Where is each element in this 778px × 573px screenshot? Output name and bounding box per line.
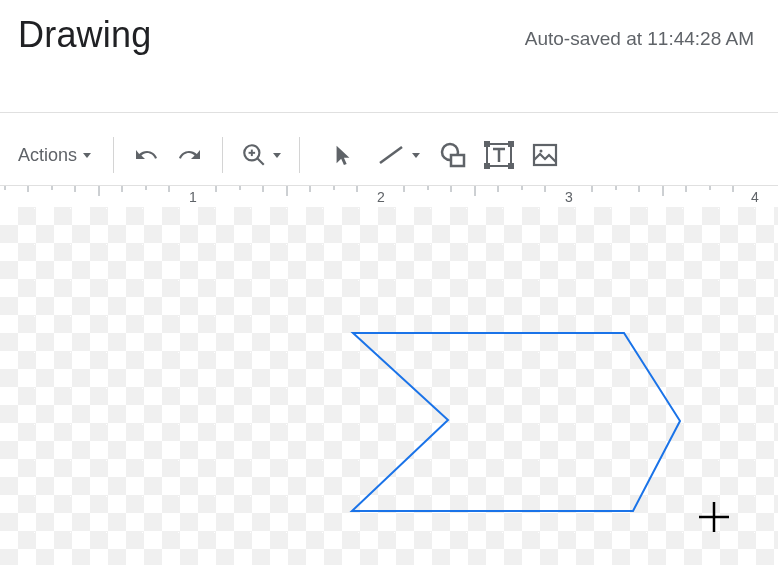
shape-layer <box>0 207 778 565</box>
dialog-title: Drawing <box>18 14 151 56</box>
autosave-status: Auto-saved at 11:44:28 AM <box>525 14 760 50</box>
select-tool-button[interactable] <box>324 135 362 175</box>
ruler-mark: 1 <box>189 189 197 205</box>
line-tool-button[interactable] <box>372 135 424 175</box>
toolbar-separator <box>113 137 114 173</box>
svg-rect-12 <box>534 145 556 165</box>
caret-down-icon <box>83 153 91 158</box>
cursor-icon <box>332 142 354 168</box>
svg-line-4 <box>380 147 402 163</box>
drawing-canvas[interactable] <box>0 207 778 565</box>
actions-label: Actions <box>18 145 77 166</box>
svg-rect-10 <box>485 164 489 168</box>
shapes-icon <box>438 141 468 169</box>
ruler-mark: 3 <box>565 189 573 205</box>
textbox-icon <box>484 141 514 169</box>
line-icon <box>376 142 406 168</box>
redo-icon <box>175 143 203 167</box>
toolbar-separator <box>222 137 223 173</box>
caret-down-icon <box>273 153 281 158</box>
toolbar-separator <box>299 137 300 173</box>
toolbar: Actions <box>0 127 778 183</box>
undo-icon <box>133 143 161 167</box>
image-tool-button[interactable] <box>526 135 564 175</box>
horizontal-ruler: 1 2 3 4 <box>0 185 778 207</box>
svg-rect-11 <box>509 164 513 168</box>
zoom-button[interactable] <box>237 135 285 175</box>
divider <box>0 112 778 113</box>
image-icon <box>531 142 559 168</box>
actions-menu-button[interactable]: Actions <box>10 135 99 175</box>
chevron-arrow-shape[interactable] <box>352 333 680 511</box>
undo-button[interactable] <box>128 135 166 175</box>
caret-down-icon <box>412 153 420 158</box>
svg-rect-9 <box>509 142 513 146</box>
svg-line-1 <box>257 158 264 165</box>
svg-point-13 <box>540 150 543 153</box>
svg-rect-6 <box>451 155 464 166</box>
svg-rect-8 <box>485 142 489 146</box>
ruler-mark: 4 <box>751 189 759 205</box>
shape-tool-button[interactable] <box>434 135 472 175</box>
ruler-mark: 2 <box>377 189 385 205</box>
zoom-in-icon <box>241 142 267 168</box>
redo-button[interactable] <box>170 135 208 175</box>
ruler-ticks: 1 2 3 4 <box>0 186 778 208</box>
textbox-tool-button[interactable] <box>480 135 518 175</box>
dialog-header: Drawing Auto-saved at 11:44:28 AM <box>0 0 778 70</box>
